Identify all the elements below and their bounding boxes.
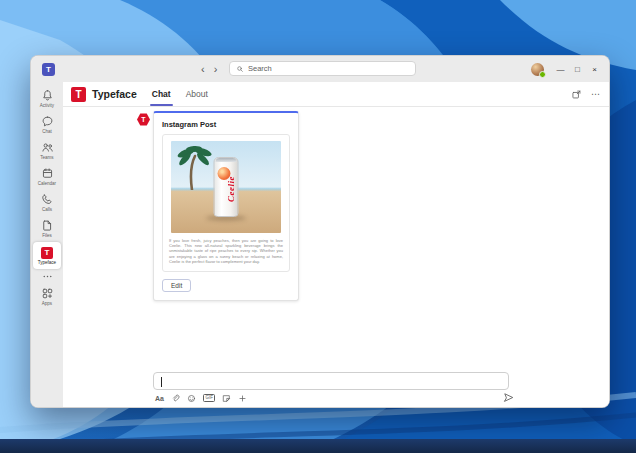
search-icon — [236, 65, 244, 73]
compose-toolbar: Aa GIF — [155, 392, 247, 404]
phone-icon — [41, 193, 54, 206]
sidebar-item-label: Apps — [42, 301, 52, 306]
sidebar-item-label: Calendar — [38, 181, 56, 186]
typeface-logo-icon: T — [41, 247, 53, 259]
ellipsis-icon — [41, 270, 54, 283]
add-app-icon[interactable] — [238, 394, 247, 403]
chat-canvas: T Instagram Post — [63, 107, 609, 407]
app-header: T Typeface Chat About ⋯ — [63, 82, 609, 107]
tab-about[interactable]: About — [186, 82, 208, 106]
sidebar-item-label: Files — [42, 233, 52, 238]
file-icon — [41, 219, 54, 232]
popout-icon[interactable] — [571, 89, 582, 100]
main-panel: T Typeface Chat About ⋯ T Instagr — [63, 82, 609, 407]
teams-window: T ‹ › Search — □ × — [30, 55, 610, 408]
sidebar-item-label: Chat — [42, 129, 52, 134]
sidebar-item-label: Activity — [40, 103, 54, 108]
sidebar-item-apps[interactable]: Apps — [32, 283, 62, 309]
desktop: T ‹ › Search — □ × — [0, 0, 636, 453]
more-options-button[interactable]: ⋯ — [591, 90, 600, 99]
send-button[interactable] — [503, 392, 514, 403]
gif-button[interactable]: GIF — [203, 394, 216, 402]
format-button[interactable]: Aa — [155, 395, 164, 402]
sidebar-item-more[interactable] — [32, 270, 62, 283]
user-avatar[interactable] — [531, 63, 544, 76]
people-icon — [41, 141, 54, 154]
emoji-icon[interactable] — [187, 394, 196, 403]
titlebar[interactable]: T ‹ › Search — □ × — [31, 56, 609, 82]
attach-icon[interactable] — [171, 394, 180, 403]
chat-bubble-icon — [41, 115, 54, 128]
typeface-logo-icon: T — [71, 87, 86, 102]
history-nav: ‹ › — [201, 56, 217, 82]
header-actions: ⋯ — [571, 82, 600, 106]
apps-grid-icon — [41, 287, 54, 300]
bell-icon — [41, 89, 54, 102]
text-caret — [161, 377, 162, 387]
palm-tree-icon — [172, 144, 214, 190]
app-rail: Activity Chat Teams — [31, 82, 63, 407]
post-image: Ceelie — [171, 141, 281, 233]
instagram-preview: Ceelie If you love fresh, juicy peaches,… — [162, 134, 290, 272]
post-caption: If you love fresh, juicy peaches, then y… — [169, 238, 283, 264]
message-input[interactable] — [153, 372, 509, 390]
sidebar-item-calls[interactable]: Calls — [32, 189, 62, 215]
sidebar-item-teams[interactable]: Teams — [32, 137, 62, 163]
teams-logo-icon: T — [42, 63, 55, 76]
sidebar-item-label: Teams — [40, 155, 53, 160]
tab-chat[interactable]: Chat — [152, 82, 171, 106]
sidebar-item-chat[interactable]: Chat — [32, 111, 62, 137]
soda-can: Ceelie — [214, 157, 239, 217]
search-placeholder: Search — [248, 64, 272, 73]
close-button[interactable]: × — [586, 56, 603, 82]
sidebar-item-files[interactable]: Files — [32, 215, 62, 241]
maximize-button[interactable]: □ — [569, 56, 586, 82]
sidebar-item-typeface[interactable]: T Typeface — [33, 242, 61, 269]
minimize-button[interactable]: — — [552, 56, 569, 82]
nav-back-button[interactable]: ‹ — [201, 64, 205, 75]
search-input[interactable]: Search — [229, 61, 416, 76]
message-card: Instagram Post — [153, 111, 299, 301]
window-body: Activity Chat Teams — [31, 82, 609, 407]
brand-name: Ceelie — [226, 165, 236, 213]
sidebar-item-calendar[interactable]: Calendar — [32, 163, 62, 189]
nav-forward-button[interactable]: › — [214, 64, 218, 75]
sidebar-item-activity[interactable]: Activity — [32, 85, 62, 111]
card-title: Instagram Post — [162, 120, 290, 129]
sidebar-item-label: Calls — [42, 207, 52, 212]
page-title: Typeface — [92, 88, 137, 100]
calendar-icon — [41, 167, 54, 180]
titlebar-controls: — □ × — [531, 56, 603, 82]
edit-button[interactable]: Edit — [162, 279, 191, 292]
sticker-icon[interactable] — [222, 394, 231, 403]
sidebar-item-label: Typeface — [38, 260, 56, 265]
taskbar[interactable] — [0, 439, 636, 453]
typeface-bot-avatar: T — [137, 113, 150, 126]
